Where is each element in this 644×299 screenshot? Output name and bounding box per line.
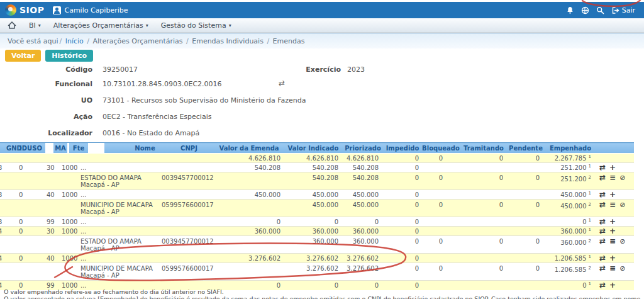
home-icon[interactable] <box>8 21 16 30</box>
cell-gnd: 3 <box>0 217 16 227</box>
swap-icon[interactable]: ⇄ <box>599 254 606 262</box>
bell-icon[interactable] <box>566 6 574 14</box>
column-header-fte: Fte <box>69 143 88 154</box>
cell-impedido: 0 <box>384 163 421 172</box>
cell-tramitando <box>460 163 507 172</box>
cell-gnd <box>0 200 16 217</box>
cell-empenhado: 450.0002 <box>545 200 596 217</box>
cell-valor-emenda: 540.208 <box>214 163 284 172</box>
cell-ma <box>45 172 59 190</box>
cell-bloqueado: 0 <box>421 200 460 217</box>
swap-icon[interactable]: ⇄ <box>599 190 606 199</box>
historico-button[interactable]: Histórico <box>45 50 93 62</box>
beneficiary-city: Macapá - AP <box>80 272 159 279</box>
swap-icon[interactable]: ⇄ <box>599 217 606 226</box>
cell-pendente: 0 <box>507 172 545 190</box>
cell-valor-indicado: 360.000 <box>284 227 342 236</box>
menu-item-2[interactable]: Alterações Orçamentárias▾ <box>53 21 148 30</box>
globe-icon[interactable] <box>581 6 589 14</box>
table-row: 40301000...360.000360.000360.0000360.000… <box>0 227 634 236</box>
column-header-impedido: Impedido <box>384 143 421 154</box>
voltar-button[interactable]: Voltar <box>5 50 41 62</box>
cell-bloqueado <box>421 163 460 172</box>
logout-button[interactable]: Sair <box>611 6 635 14</box>
menu-item-1[interactable]: BI▾ <box>29 21 41 30</box>
menu-item-label: Alterações Orçamentárias <box>53 21 143 30</box>
footnote-1: O valor empenhado refere-se ao fechament… <box>4 288 641 295</box>
menu-item-3[interactable]: Gestão do Sistema▾ <box>161 21 231 30</box>
breadcrumb-link-inicio[interactable]: Início <box>65 37 84 45</box>
swap-icon[interactable]: ⇄ <box>599 227 606 235</box>
footnote-marker: 2 <box>589 202 591 207</box>
cell-cnpj <box>159 254 214 263</box>
block-icon[interactable]: ⊘ <box>619 265 625 272</box>
user-menu[interactable]: Camilo Capiberibe <box>53 6 128 14</box>
cell-ma: 40 <box>45 254 59 263</box>
add-icon[interactable]: + <box>609 227 616 235</box>
chevron-down-icon: ▾ <box>38 23 41 28</box>
cell-bloqueado: 0 <box>421 263 460 281</box>
cell-fte: 1000 <box>59 254 78 263</box>
list-icon[interactable]: ≡ <box>609 238 616 245</box>
list-icon[interactable]: ≡ <box>609 265 616 272</box>
cell-tramitando: 0 <box>460 236 507 254</box>
cell-ma <box>45 154 59 163</box>
block-icon[interactable]: ⊘ <box>619 174 625 181</box>
cell-valor-emenda <box>214 236 284 254</box>
list-icon[interactable]: ≡ <box>609 201 616 208</box>
list-icon[interactable]: ≡ <box>609 174 616 181</box>
footnote-marker: 1 <box>589 154 591 159</box>
chevron-down-icon: ▾ <box>146 23 148 28</box>
add-icon[interactable]: + <box>609 190 616 199</box>
column-header-tramitando: Tramitando <box>460 143 507 154</box>
cell-nome: ESTADO DO AMAPAMacapá - AP <box>78 236 159 254</box>
add-icon[interactable]: + <box>609 163 616 172</box>
add-icon[interactable]: + <box>609 254 616 262</box>
table-row: 30991000...000001⇄+ <box>0 217 634 227</box>
beneficiary-city: Macapá - AP <box>80 208 159 215</box>
swap-icon[interactable]: ⇄ <box>599 163 606 172</box>
cell-cnpj: 00394577000125 <box>159 172 214 190</box>
cell-tramitando: 0 <box>460 263 507 281</box>
block-icon[interactable]: ⊘ <box>619 238 625 245</box>
beneficiary-name: ESTADO DO AMAPA <box>80 238 159 245</box>
cell-bloqueado: 0 <box>421 172 460 190</box>
block-icon[interactable]: ⊘ <box>619 201 625 208</box>
cell-impedido: 0 <box>384 154 421 163</box>
cell-actions: ⇄+ <box>596 217 634 227</box>
user-name: Camilo Capiberibe <box>64 6 128 14</box>
cell-cnpj <box>159 154 214 163</box>
search-icon[interactable] <box>596 6 604 14</box>
swap-icon[interactable]: ⇄ <box>599 265 606 272</box>
cell-fte <box>59 263 78 281</box>
cell-priorizado: 3.276.602 <box>342 254 384 263</box>
cell-empenhado: 360.0001 <box>545 227 596 236</box>
swap-icon[interactable]: ⇄ <box>279 79 285 87</box>
column-header-actions <box>596 143 634 154</box>
beneficiary-city: Macapá - AP <box>80 181 159 188</box>
cell-bloqueado: 0 <box>421 154 460 163</box>
swap-icon[interactable]: ⇄ <box>599 174 606 181</box>
swap-icon[interactable]: ⇄ <box>599 201 606 208</box>
column-header-iduso: IDUSO <box>16 143 45 154</box>
footnote-marker: 2 <box>589 239 591 244</box>
footnote-marker: 2 <box>589 175 591 180</box>
cell-gnd: 4 <box>0 254 16 263</box>
cell-fte: 1000 <box>59 227 78 236</box>
menu-bar: BI▾Alterações Orçamentárias▾Gestão do Si… <box>0 18 644 33</box>
user-icon <box>53 6 61 14</box>
cell-valor-indicado: 0 <box>284 217 342 227</box>
cell-pendente <box>507 254 545 263</box>
cell-priorizado: 540.208 <box>342 172 384 190</box>
cell-actions: ⇄+ <box>596 163 634 172</box>
siop-logo[interactable]: SIOP <box>5 4 44 16</box>
cell-ma <box>45 236 59 254</box>
cell-nome: MUNICIPIO DE MACAPAMacapá - AP <box>78 263 159 281</box>
add-icon[interactable]: + <box>609 217 616 226</box>
emendas-table-wrap: GNDIDUSOMAFteNomeCNPJValor da EmendaValo… <box>0 142 634 290</box>
swap-icon[interactable]: ⇄ <box>599 238 606 245</box>
cell-ma <box>45 200 59 217</box>
cell-priorizado: 0 <box>342 217 384 227</box>
cell-iduso: 0 <box>16 190 45 200</box>
top-bar: SIOP Camilo Capiberibe <box>0 2 644 18</box>
